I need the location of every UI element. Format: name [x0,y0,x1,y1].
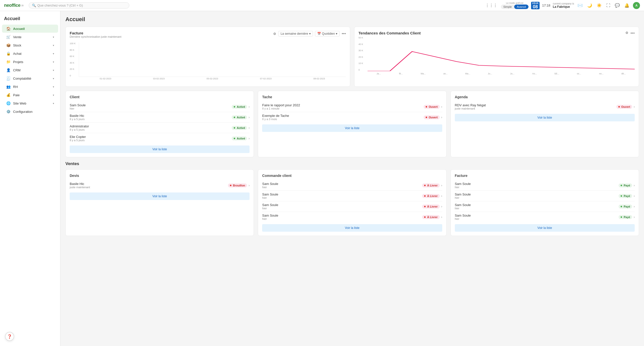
list-item[interactable]: RDV avec Ray Négat juste maintenant Ouve… [455,102,635,112]
sidebar-chevron-vente: ▾ [53,36,54,38]
sidebar-item-configuration[interactable]: ⚙️ Configuration [2,108,58,116]
list-item[interactable]: Sam Soule hier À Livrer › [262,180,442,191]
sidebar-item-comptabilite[interactable]: 🧾 Comptabilité ▾ [2,74,58,82]
search-icon: 🔍 [32,4,36,7]
row-chevron[interactable]: › [249,116,250,119]
item-name: Sam Soule [455,192,471,196]
sidebar-chevron-achat: ▾ [53,52,54,55]
commande-section-title: Commande client [262,174,442,178]
list-item[interactable]: Sam Soule hier À Livrer › [262,191,442,201]
item-time: juste maintenant [70,186,90,189]
sidebar-item-vente[interactable]: 🛒 Vente ▾ [2,33,58,41]
list-item[interactable]: Sam Soule hier Payé › [455,191,635,201]
list-item[interactable]: Sam Soule hier Payé › [455,180,635,191]
item-info: Sam Soule hier [455,214,471,220]
ventes-title: Ventes [65,161,639,166]
facture-more-button[interactable]: ••• [342,31,346,36]
item-info: Sam Soule hier [70,103,86,110]
list-item[interactable]: Exemple de Tache Il y a 3 mois Ouvert › [262,112,442,122]
period-selector[interactable]: La semaine dernière ▾ [278,31,313,36]
search-bar[interactable]: 🔍 Que cherchez-vous ? (Ctrl + G) [29,2,129,9]
logo[interactable]: neoffice .io [4,3,24,8]
sidebar-item-accueil[interactable]: 🏠 Accueil [2,25,58,33]
facture-ventes-voir-liste[interactable]: Voir la liste [455,224,635,232]
row-chevron[interactable]: › [634,194,635,198]
facture-ventes-card: Facture Sam Soule hier Payé › Sam Soule … [451,169,639,236]
mail-icon[interactable]: ✉️ [577,2,584,9]
sidebar-nav: 🏠 Accueil 🛒 Vente ▾ 📦 Stock ▾ 🔒 Achat ▾ … [0,25,60,116]
item-info: Basile Hic juste maintenant [70,182,90,189]
sidebar-item-projets[interactable]: 📁 Projets ▾ [2,58,58,66]
row-chevron[interactable]: › [634,105,635,109]
row-chevron[interactable]: › [249,105,250,109]
agenda-voir-liste[interactable]: Voir la liste [455,114,635,121]
sidebar-item-crm[interactable]: 👤 CRM ▾ [2,66,58,74]
list-item[interactable]: Sam Soule hier À Livrer › [262,201,442,212]
status-dot [621,206,622,207]
row-chevron[interactable]: › [634,215,635,219]
sidebar-item-left-comptabilite: 🧾 Comptabilité [6,76,31,80]
list-item[interactable]: Elie Copter Il y a 5 jours Activé › [70,133,250,143]
apps-icon[interactable]: ⋮⋮⋮ [484,2,498,9]
devis-voir-liste[interactable]: Voir la liste [70,192,250,200]
agenda-card: Agenda RDV avec Ray Négat juste maintena… [451,91,639,157]
sidebar-chevron-paie: ▾ [53,94,54,96]
row-chevron[interactable]: › [441,116,442,119]
item-name: Sam Soule [262,214,278,217]
row-chevron[interactable]: › [441,184,442,187]
list-item[interactable]: Sam Soule hier Payé › [455,212,635,222]
mode-simple-button[interactable]: Simple [501,5,514,9]
item-time: hier [262,207,278,210]
sidebar-item-siteweb[interactable]: 🌐 Site Web ▾ [2,99,58,107]
list-item[interactable]: Basile Hic Il y a 5 jours Activé › [70,112,250,123]
item-name: Basile Hic [70,182,90,186]
row-chevron[interactable]: › [634,205,635,208]
bell-icon[interactable]: 🔔 [623,2,630,9]
avatar[interactable]: A [633,2,640,9]
tendances-x-axis: Ja... fé... Ma... av... Ma... Ju... Ju..… [368,72,635,75]
list-item[interactable]: Faire le rapport pour 2022 Il y a 1 minu… [262,102,442,112]
tache-voir-liste[interactable]: Voir la liste [262,124,442,132]
list-item[interactable]: Sam Soule hier À Livrer › [262,212,442,222]
status-badge: Brouillon [228,183,247,187]
chat-icon[interactable]: 💬 [614,2,621,9]
status-badge: Payé [619,194,632,198]
expand-icon[interactable]: ⛶ [605,2,611,9]
row-chevron[interactable]: › [441,105,442,109]
sidebar-item-paie[interactable]: 💰 Paie ▾ [2,91,58,99]
sidebar-item-rh[interactable]: 👥 RH ▾ [2,83,58,91]
moon-icon[interactable]: 🌙 [586,2,593,9]
sidebar-item-left-configuration: ⚙️ Configuration [6,110,32,114]
mode-advanced-button[interactable]: Avancé [514,5,529,9]
tendances-filter-icon[interactable]: ⚙ [625,31,628,35]
list-item[interactable]: Sam Soule hier Payé › [455,201,635,212]
tendances-chart-card: Tendances des Commandes Client ⚙ ••• 50 … [354,27,639,87]
list-item[interactable]: Administrator Il y a 5 jours Activé › [70,123,250,133]
sun-icon[interactable]: ☀️ [596,2,603,9]
tache-list: Faire le rapport pour 2022 Il y a 1 minu… [262,102,442,122]
commande-voir-liste[interactable]: Voir la liste [262,224,442,232]
filter-icon[interactable]: ⚙ [273,32,276,36]
row-chevron[interactable]: › [441,194,442,198]
row-chevron[interactable]: › [441,205,442,208]
sidebar-label-achat: Achat [13,52,21,56]
row-chevron[interactable]: › [249,126,250,130]
status-dot [234,127,235,129]
tendances-more-button[interactable]: ••• [630,31,635,35]
sidebar-item-achat[interactable]: 🔒 Achat ▾ [2,50,58,58]
client-voir-liste[interactable]: Voir la liste [70,145,250,153]
row-chevron[interactable]: › [249,137,250,140]
sidebar-item-left-siteweb: 🌐 Site Web [6,101,26,105]
status-badge: Ouvert [424,115,439,119]
sidebar-item-stock[interactable]: 📦 Stock ▾ [2,41,58,49]
list-item[interactable]: Basile Hic juste maintenant Brouillon › [70,180,250,190]
help-button[interactable]: ❓ [5,332,14,341]
status-dot [621,195,622,197]
item-info: Sam Soule hier [455,192,471,199]
interval-selector[interactable]: 📅 Quotidien ▾ [315,31,340,36]
item-right: Payé › [619,194,635,198]
row-chevron[interactable]: › [249,184,250,187]
row-chevron[interactable]: › [634,184,635,187]
list-item[interactable]: Sam Soule hier Activé › [70,102,250,112]
row-chevron[interactable]: › [441,215,442,219]
